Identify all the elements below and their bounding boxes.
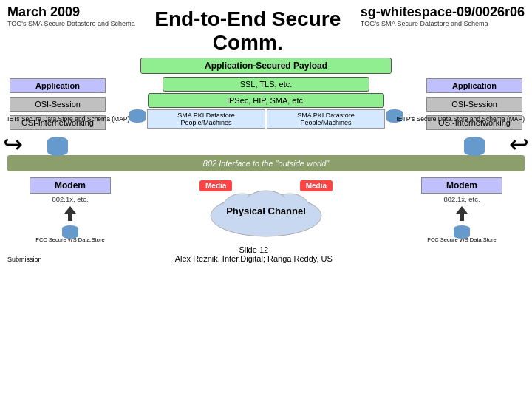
ssl-banner: SSL, TLS, etc. <box>163 77 369 92</box>
ipsec-banner: IPSec, HIP, SMA, etc. <box>148 93 384 108</box>
submission-label: Submission <box>7 256 42 263</box>
header-left: March 2009 TOG's SMA Secure Datastore an… <box>7 4 135 27</box>
header: March 2009 TOG's SMA Secure Datastore an… <box>0 0 532 56</box>
left-layer-stack: IETs Secure Data.Store and Schema (MAP) … <box>6 56 109 152</box>
right-ietp-label: IETP's Secure Data.Store and Schema (MAP… <box>396 115 525 123</box>
left-fcc-db-icon <box>62 225 78 236</box>
main-title: End-to-End Secure Comm. <box>135 4 361 55</box>
left-curved-arrow: ↩ <box>3 130 23 158</box>
left-modem-block: Modem 802.1x, etc. FCC Secure WS Data.St… <box>15 177 126 243</box>
left-application-box: Application <box>10 78 106 93</box>
right-layer-stack: IETP's Secure Data.Store and Schema (MAP… <box>423 56 526 152</box>
right-modem-block: Modem 802.1x, etc. FCC Secure WS Data.St… <box>406 177 517 243</box>
svg-marker-6 <box>456 206 468 221</box>
right-modem-box: Modem <box>421 177 502 194</box>
cloud-wrapper: Media Media Physical Channel <box>192 177 340 244</box>
left-ietp-label: IETs Secure Data.Store and Schema (MAP) <box>7 115 129 123</box>
sma-area: SMA PKI Datastore People/Machines SMA PK… <box>129 109 403 129</box>
svg-marker-0 <box>64 206 76 221</box>
right-down-arrow-icon <box>456 206 468 221</box>
sma-box-right: SMA PKI Datastore People/Machines <box>267 109 385 129</box>
cloud-center: Media Media Physical Channel <box>126 177 406 244</box>
right-osi-session-box: OSI-Session <box>426 97 522 112</box>
bottom-section: Modem 802.1x, etc. FCC Secure WS Data.St… <box>0 174 532 244</box>
right-application-box: Application <box>426 78 522 93</box>
payload-banner: Application-Secured Payload <box>140 58 392 74</box>
left-subtitle: TOG's SMA Secure Datastore and Schema <box>7 20 135 27</box>
header-right: sg-whitespace-09/0026r06 TOG's SMA Secur… <box>361 4 525 27</box>
right-db-container <box>464 137 485 152</box>
doc-id: sg-whitespace-09/0026r06 <box>361 4 525 20</box>
center-banners: Application-Secured Payload SSL, TLS, et… <box>109 56 423 152</box>
left-down-arrow-icon <box>64 206 76 221</box>
right-curved-arrow: ↩ <box>509 130 529 158</box>
right-fcc-container: FCC Secure WS Data.Store <box>427 225 496 243</box>
platform-802-bar: 802 Interface to the "outside world" <box>7 155 525 171</box>
left-fcc-container: FCC Secure WS Data.Store <box>35 225 104 243</box>
sma-left-db-icon <box>129 109 146 120</box>
bottom-text-row: Submission Slide 12 Alex Reznik, Inter.D… <box>0 244 532 266</box>
date-title: March 2009 <box>7 4 135 20</box>
right-wifi-label: 802.1x, etc. <box>443 195 480 203</box>
right-db-icon <box>464 137 485 151</box>
left-wifi-label: 802.1x, etc. <box>52 195 88 203</box>
left-modem-box: Modem <box>30 177 111 194</box>
right-fcc-db-icon <box>454 225 470 236</box>
sma-left-db <box>129 109 146 129</box>
physical-channel-label: Physical Channel <box>226 205 306 216</box>
left-db-icon <box>47 137 68 151</box>
main-section: IETs Secure Data.Store and Schema (MAP) … <box>0 56 532 152</box>
right-subtitle: TOG's SMA Secure Datastore and Schema <box>361 20 525 27</box>
left-db-container <box>47 137 68 152</box>
left-osi-session-box: OSI-Session <box>10 97 106 112</box>
sma-box-left: SMA PKI Datastore People/Machines <box>147 109 265 129</box>
slide-info: Slide 12 Alex Reznik, Inter.Digital; Ran… <box>175 245 332 263</box>
